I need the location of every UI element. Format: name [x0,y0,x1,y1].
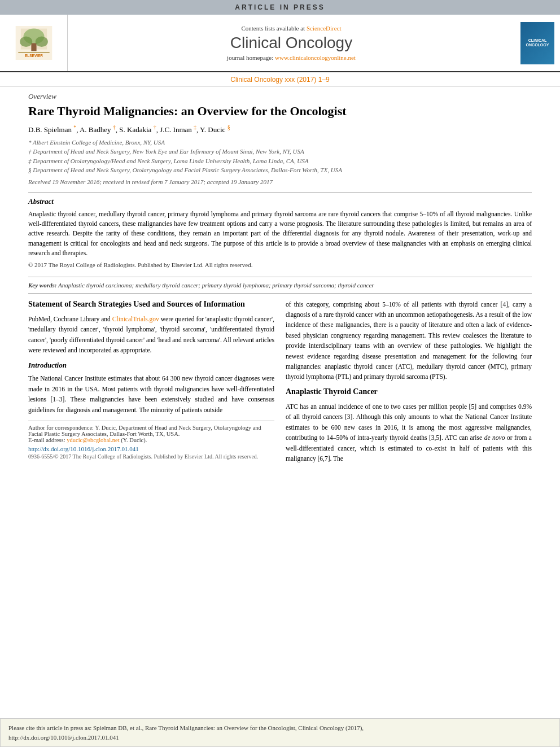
page: ARTICLE IN PRESS ELSEVIER Contents li [0,0,560,747]
svg-text:ELSEVIER: ELSEVIER [25,54,43,58]
abstract-text: Anaplastic thyroid cancer, medullary thy… [28,209,532,258]
affiliation-2: † Department of Head and Neck Surgery, N… [28,147,532,156]
section3-right-para1: of this category, comprising about 5–10%… [286,299,532,382]
email-link[interactable]: yducic@sbcglobal.net [67,437,119,443]
separator-2 [28,277,532,277]
journal-homepage: journal homepage: www.clinicaloncologyon… [227,54,356,61]
clinicaltrials-link[interactable]: ClinicalTrials.gov [112,316,159,322]
sciencedirect-line: Contents lists available at ScienceDirec… [241,25,341,32]
separator-1 [28,192,532,193]
elsevier-tree-icon: ELSEVIER [14,26,54,60]
svg-rect-6 [18,52,49,53]
section4-paragraph: ATC has an annual incidence of one to tw… [286,401,532,464]
banner-text: ARTICLE IN PRESS [235,3,325,11]
author-badhey: A. Badhey †, [80,125,117,134]
journal-logo-right: CLINICAL ONCOLOGY [515,15,560,71]
doi-line: http://dx.doi.org/10.1016/j.clon.2017.01… [28,445,274,452]
keywords-text: Anaplastic thyroid carcinoma; medullary … [58,282,374,289]
bottom-citation-box: Please cite this article in press as: Sp… [0,718,560,747]
bottom-citation-doi: http://dx.doi.org/10.1016/j.clon.2017.01… [8,734,119,741]
footnote-email: E-mail address: yducic@sbcglobal.net (Y.… [28,437,274,443]
copyright-line: © 2017 The Royal College of Radiologists… [28,260,532,270]
issn-line: 0936-6555/© 2017 The Royal College of Ra… [28,453,274,460]
abstract-section: Abstract Anaplastic thyroid cancer, medu… [28,197,532,270]
footnote-section: Author for correspondence: Y. Ducic, Dep… [28,421,274,443]
footnote-correspondence: Author for correspondence: Y. Ducic, Dep… [28,425,274,437]
main-content: Overview Rare Thyroid Malignancies: an O… [0,86,560,474]
affiliations: * Albert Einstein College of Medicine, B… [28,138,532,175]
affiliation-3: ‡ Department of Otolaryngology/Head and … [28,156,532,166]
abstract-title: Abstract [28,197,532,206]
journal-center: Contents lists available at ScienceDirec… [68,15,515,71]
author-spielman: D.B. Spielman *, [28,125,78,134]
contents-label: Contents lists available at [241,25,305,32]
article-title: Rare Thyroid Malignancies: an Overview f… [28,103,532,120]
journal-title: Clinical Oncology [230,34,352,52]
separator-3 [28,293,532,294]
svg-point-4 [20,36,32,46]
keywords-label: Key words: [28,282,56,289]
author-ducic: Y. Ducic § [200,125,230,134]
citation-line: Clinical Oncology xxx (2017) 1–9 [0,72,560,86]
author-inman: J.C. Inman ‡, [160,125,198,134]
svg-rect-3 [31,43,36,51]
bottom-citation-text: Please cite this article in press as: Sp… [8,724,364,731]
affiliation-4: § Department of Head and Neck Surgery, O… [28,165,532,175]
journal-logo-box: CLINICAL ONCOLOGY [520,22,554,64]
two-column-layout: Statement of Search Strategies Used and … [28,299,532,469]
section1-heading: Statement of Search Strategies Used and … [28,299,274,309]
elsevier-logo: ELSEVIER [0,15,68,71]
sciencedirect-link[interactable]: ScienceDirect [307,25,342,32]
section4-heading: Anaplastic Thyroid Cancer [286,387,532,397]
right-column: of this category, comprising about 5–10%… [286,299,532,469]
journal-header: ELSEVIER Contents lists available at Sci… [0,15,560,72]
article-in-press-banner: ARTICLE IN PRESS [0,0,560,15]
affiliation-1: * Albert Einstein College of Medicine, B… [28,138,532,147]
section2-paragraph: The National Cancer Institute estimates … [28,373,274,415]
svg-point-5 [35,36,47,46]
author-kadakia: S. Kadakia †, [119,125,158,134]
section2-heading: Introduction [28,361,274,370]
overview-label: Overview [28,92,532,101]
received-line: Received 19 November 2016; received in r… [28,178,532,185]
keywords-line: Key words: Anaplastic thyroid carcinoma;… [28,282,532,289]
authors: D.B. Spielman *, A. Badhey †, S. Kadakia… [28,124,532,134]
left-column: Statement of Search Strategies Used and … [28,299,274,469]
homepage-link[interactable]: www.clinicaloncologyonline.net [275,54,356,61]
section1-paragraph: PubMed, Cochrane Library and ClinicalTri… [28,314,274,356]
